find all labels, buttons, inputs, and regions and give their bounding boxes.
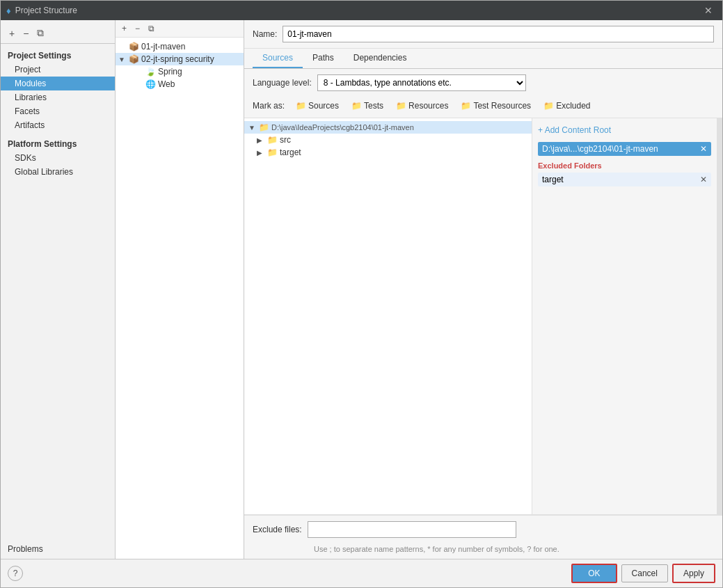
module-icon-02: 📦 bbox=[129, 54, 139, 64]
module-add-button[interactable]: + bbox=[118, 22, 130, 35]
folder-item-target[interactable]: ▶ 📁 target bbox=[244, 146, 532, 159]
project-settings-label: Project Settings bbox=[1, 47, 115, 63]
tree-item-02-jt-spring-security[interactable]: ▼ 📦 02-jt-spring security bbox=[116, 53, 244, 65]
sidebar-item-modules[interactable]: Modules bbox=[1, 77, 115, 90]
excluded-folder-icon: 📁 bbox=[543, 101, 554, 111]
content-root-close-button[interactable]: ✕ bbox=[700, 144, 707, 154]
excluded-path-label: target bbox=[542, 175, 564, 184]
cancel-button[interactable]: Cancel bbox=[621, 564, 668, 582]
sidebar-item-problems[interactable]: Problems bbox=[1, 542, 115, 556]
excluded-path-close-button[interactable]: ✕ bbox=[700, 175, 707, 184]
module-tree-toolbar: + − ⧉ bbox=[116, 20, 244, 38]
help-button[interactable]: ? bbox=[8, 566, 23, 581]
content-root-panel: + Add Content Root D:\java\...\cgb2104\0… bbox=[532, 118, 717, 514]
sidebar-item-artifacts[interactable]: Artifacts bbox=[1, 118, 115, 132]
sidebar-item-project[interactable]: Project bbox=[1, 63, 115, 77]
project-structure-window: ♦ Project Structure ✕ + − ⧉ Project Sett… bbox=[0, 0, 723, 588]
module-tree-panel: + − ⧉ 📦 01-jt-maven ▼ 📦 02-jt-spring sec… bbox=[116, 20, 244, 559]
exclude-files-input[interactable] bbox=[308, 521, 516, 538]
mark-test-resources-button[interactable]: 📁 Test Resources bbox=[456, 100, 535, 112]
sidebar-item-global-libraries[interactable]: Global Libraries bbox=[1, 165, 115, 179]
module-copy-button[interactable]: ⧉ bbox=[145, 22, 158, 35]
language-level-row: Language level: 8 - Lambdas, type annota… bbox=[244, 69, 722, 97]
sidebar-remove-button[interactable]: − bbox=[20, 26, 31, 40]
name-input[interactable] bbox=[283, 26, 714, 42]
sidebar-item-libraries[interactable]: Libraries bbox=[1, 90, 115, 104]
mark-excluded-label: Excluded bbox=[556, 101, 590, 111]
src-folder-icon: 📁 bbox=[267, 135, 278, 145]
tabs-row: Sources Paths Dependencies bbox=[244, 49, 722, 69]
tests-folder-icon: 📁 bbox=[351, 101, 362, 111]
add-content-root-button[interactable]: + Add Content Root bbox=[538, 124, 711, 136]
folder-item-root[interactable]: ▼ 📁 D:\java\IdeaProjects\cgb2104\01-jt-m… bbox=[244, 121, 532, 134]
sidebar-item-sdks[interactable]: SDKs bbox=[1, 151, 115, 165]
mark-sources-label: Sources bbox=[308, 101, 339, 111]
bottom-bar: ? OK Cancel Apply bbox=[1, 559, 722, 587]
exclude-files-section: Exclude files: Use ; to separate name pa… bbox=[244, 514, 722, 559]
sidebar: + − ⧉ Project Settings Project Modules L… bbox=[1, 20, 116, 559]
mark-as-row: Mark as: 📁 Sources 📁 Tests 📁 Resources bbox=[244, 97, 722, 118]
excluded-path-target: target ✕ bbox=[538, 173, 711, 186]
resources-folder-icon: 📁 bbox=[396, 101, 406, 111]
close-button[interactable]: ✕ bbox=[700, 3, 717, 17]
tab-sources[interactable]: Sources bbox=[253, 49, 303, 68]
sources-folder-icon: 📁 bbox=[296, 101, 306, 111]
platform-settings-label: Platform Settings bbox=[1, 132, 115, 151]
expand-arrow-02: ▼ bbox=[118, 56, 127, 63]
module-label-web: Web bbox=[158, 79, 175, 89]
module-label-01: 01-jt-maven bbox=[141, 42, 185, 51]
sidebar-copy-button[interactable]: ⧉ bbox=[34, 26, 47, 40]
module-tree: 📦 01-jt-maven ▼ 📦 02-jt-spring security … bbox=[116, 38, 244, 559]
module-icon-01: 📦 bbox=[129, 42, 139, 51]
tab-dependencies[interactable]: Dependencies bbox=[344, 49, 417, 68]
app-logo: ♦ bbox=[6, 6, 11, 16]
sidebar-item-facets[interactable]: Facets bbox=[1, 104, 115, 118]
name-row: Name: bbox=[244, 20, 722, 49]
target-folder-label: target bbox=[280, 148, 301, 157]
target-folder-icon: 📁 bbox=[267, 148, 278, 157]
root-expand-arrow: ▼ bbox=[248, 124, 257, 132]
module-icon-web: 🌐 bbox=[145, 79, 156, 89]
excluded-folders-label: Excluded Folders bbox=[538, 161, 711, 170]
language-level-label: Language level: bbox=[253, 78, 312, 88]
mark-resources-label: Resources bbox=[408, 101, 448, 111]
content-root-path-label: D:\java\...\cgb2104\01-jt-maven bbox=[542, 144, 658, 154]
folder-tree: ▼ 📁 D:\java\IdeaProjects\cgb2104\01-jt-m… bbox=[244, 118, 532, 514]
apply-button[interactable]: Apply bbox=[672, 564, 715, 583]
folder-item-src[interactable]: ▶ 📁 src bbox=[244, 134, 532, 146]
tree-item-spring[interactable]: 🍃 Spring bbox=[116, 65, 244, 78]
window-title: Project Structure bbox=[15, 6, 696, 15]
sources-content: Language level: 8 - Lambdas, type annota… bbox=[244, 69, 722, 559]
mark-tests-label: Tests bbox=[364, 101, 383, 111]
module-label-spring: Spring bbox=[158, 67, 182, 77]
main-panel: Name: Sources Paths Dependencies Languag… bbox=[244, 20, 722, 559]
mark-test-resources-label: Test Resources bbox=[473, 101, 531, 111]
scrollbar[interactable] bbox=[717, 118, 722, 514]
mark-sources-button[interactable]: 📁 Sources bbox=[292, 100, 343, 112]
src-expand-arrow: ▶ bbox=[257, 136, 265, 144]
mark-tests-button[interactable]: 📁 Tests bbox=[347, 100, 388, 112]
exclude-files-label: Exclude files: bbox=[253, 525, 302, 534]
mark-resources-button[interactable]: 📁 Resources bbox=[392, 100, 452, 112]
target-expand-arrow: ▶ bbox=[257, 149, 265, 157]
folder-tree-area: ▼ 📁 D:\java\IdeaProjects\cgb2104\01-jt-m… bbox=[244, 118, 722, 514]
mark-as-label: Mark as: bbox=[253, 101, 285, 111]
module-remove-button[interactable]: − bbox=[132, 22, 143, 35]
exclude-files-row: Exclude files: bbox=[244, 515, 722, 543]
tab-paths[interactable]: Paths bbox=[303, 49, 344, 68]
ok-button[interactable]: OK bbox=[571, 564, 617, 583]
root-folder-icon: 📁 bbox=[259, 122, 269, 132]
title-bar: ♦ Project Structure ✕ bbox=[1, 1, 722, 20]
name-label: Name: bbox=[253, 29, 277, 39]
language-level-select[interactable]: 8 - Lambdas, type annotations etc. 7 - D… bbox=[317, 74, 526, 91]
module-label-02: 02-jt-spring security bbox=[141, 54, 214, 64]
test-resources-folder-icon: 📁 bbox=[461, 101, 471, 111]
root-folder-label: D:\java\IdeaProjects\cgb2104\01-jt-maven bbox=[271, 123, 414, 132]
src-folder-label: src bbox=[280, 135, 291, 145]
sidebar-add-button[interactable]: + bbox=[6, 26, 17, 40]
tree-item-web[interactable]: 🌐 Web bbox=[116, 78, 244, 90]
tree-item-01-jt-maven[interactable]: 📦 01-jt-maven bbox=[116, 40, 244, 53]
content-root-path: D:\java\...\cgb2104\01-jt-maven ✕ bbox=[538, 142, 711, 156]
mark-excluded-button[interactable]: 📁 Excluded bbox=[539, 100, 594, 112]
exclude-files-hint: Use ; to separate name patterns, * for a… bbox=[244, 543, 722, 559]
